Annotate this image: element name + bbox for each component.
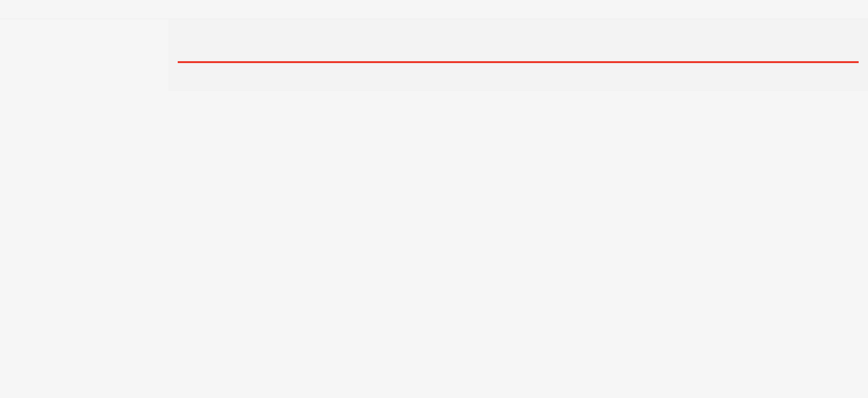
main-content <box>168 19 868 398</box>
console-highlight-box <box>178 61 859 63</box>
breadcrumb <box>0 0 868 19</box>
left-sidebar <box>0 19 168 398</box>
page-body <box>0 19 868 398</box>
console-output[interactable] <box>168 19 868 91</box>
